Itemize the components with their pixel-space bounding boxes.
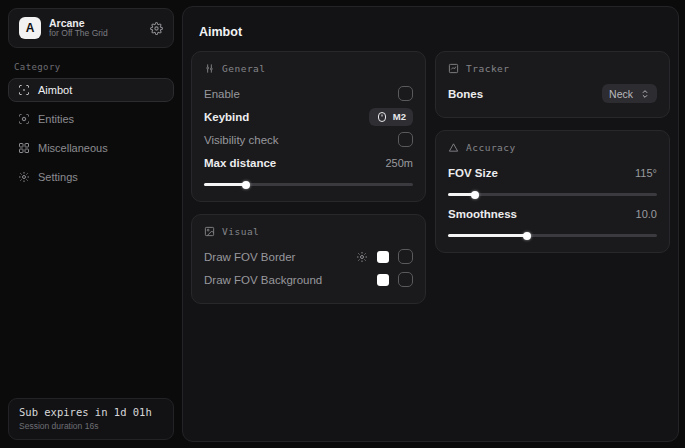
- fov-border-row: Draw FOV Border: [204, 245, 413, 268]
- mouse-icon: [376, 112, 388, 122]
- keybind-row: Keybind M2: [204, 105, 413, 128]
- session-duration-text: Session duration 16s: [19, 421, 163, 431]
- visibility-check-row: Visibility check: [204, 128, 413, 151]
- tracker-card: Tracker Bones Neck: [435, 51, 670, 118]
- fov-size-label: FOV Size: [448, 167, 498, 179]
- bones-select[interactable]: Neck: [602, 84, 657, 103]
- fov-size-row: FOV Size 115°: [448, 161, 657, 184]
- enable-row: Enable: [204, 82, 413, 105]
- triangle-icon: [448, 142, 459, 153]
- general-card: General Enable Keybind: [191, 51, 426, 202]
- accuracy-card: Accuracy FOV Size 115° Smoothness 10.0: [435, 130, 670, 253]
- sidebar-item-aimbot[interactable]: Aimbot: [8, 78, 174, 102]
- sidebar-item-miscellaneous[interactable]: Miscellaneous: [8, 136, 174, 160]
- gear-icon[interactable]: [150, 22, 163, 35]
- sidebar: A Arcane for Off The Grid Category: [0, 0, 182, 448]
- enable-label: Enable: [204, 88, 240, 100]
- sliders-icon: [204, 63, 215, 74]
- boxes-icon: [18, 142, 30, 154]
- image-icon: [204, 226, 215, 237]
- max-distance-value: 250m: [385, 157, 413, 169]
- bones-selected-value: Neck: [609, 88, 633, 100]
- max-distance-slider[interactable]: [204, 183, 413, 186]
- app-header-card: A Arcane for Off The Grid: [8, 8, 174, 48]
- fov-background-checkbox[interactable]: [398, 272, 413, 287]
- fov-size-slider[interactable]: [448, 193, 657, 196]
- scan-eye-icon: [18, 113, 30, 125]
- section-title: Accuracy: [466, 142, 516, 153]
- smoothness-row: Smoothness 10.0: [448, 202, 657, 225]
- slider-thumb[interactable]: [523, 232, 531, 240]
- sub-expires-text: Sub expires in 1d 01h: [19, 406, 163, 418]
- fov-border-checkbox[interactable]: [398, 249, 413, 264]
- fov-size-value: 115°: [635, 167, 657, 179]
- visibility-check-label: Visibility check: [204, 134, 279, 146]
- slider-thumb[interactable]: [242, 181, 250, 189]
- smoothness-slider[interactable]: [448, 234, 657, 237]
- bones-row: Bones Neck: [448, 82, 657, 105]
- sidebar-item-entities[interactable]: Entities: [8, 107, 174, 131]
- sidebar-item-label: Entities: [38, 113, 74, 125]
- app-window: A Arcane for Off The Grid Category: [0, 0, 685, 448]
- tracker-icon: [448, 63, 459, 74]
- sidebar-nav: Aimbot Entities: [8, 78, 174, 189]
- fov-background-row: Draw FOV Background: [204, 268, 413, 291]
- category-label: Category: [14, 62, 168, 72]
- max-distance-row: Max distance 250m: [204, 151, 413, 174]
- keybind-button[interactable]: M2: [369, 108, 413, 126]
- page-title: Aimbot: [199, 25, 662, 39]
- visibility-check-checkbox[interactable]: [398, 132, 413, 147]
- keybind-label: Keybind: [204, 111, 249, 123]
- max-distance-label: Max distance: [204, 157, 276, 169]
- fov-border-label: Draw FOV Border: [204, 251, 295, 263]
- section-title: Tracker: [466, 63, 510, 74]
- fov-background-color-swatch[interactable]: [377, 274, 389, 286]
- enable-checkbox[interactable]: [398, 86, 413, 101]
- sidebar-item-label: Settings: [38, 171, 78, 183]
- sidebar-item-settings[interactable]: Settings: [8, 165, 174, 189]
- gear-icon: [18, 171, 30, 183]
- chevrons-up-down-icon: [640, 89, 650, 99]
- slider-thumb[interactable]: [471, 191, 479, 199]
- keybind-value: M2: [393, 111, 406, 122]
- smoothness-label: Smoothness: [448, 208, 517, 220]
- visual-card: Visual Draw FOV Border: [191, 214, 426, 304]
- app-logo: A: [19, 17, 41, 39]
- fov-background-label: Draw FOV Background: [204, 274, 322, 286]
- smoothness-value: 10.0: [636, 208, 657, 220]
- sidebar-item-label: Miscellaneous: [38, 142, 108, 154]
- bones-label: Bones: [448, 88, 483, 100]
- subscription-card: Sub expires in 1d 01h Session duration 1…: [8, 398, 174, 440]
- section-title: General: [222, 63, 266, 74]
- section-title: Visual: [222, 226, 259, 237]
- fov-border-color-swatch[interactable]: [377, 251, 389, 263]
- main-panel: Aimbot General: [182, 6, 679, 442]
- app-subtitle: for Off The Grid: [49, 29, 142, 39]
- sidebar-item-label: Aimbot: [38, 84, 72, 96]
- crosshair-icon: [18, 84, 30, 96]
- gear-icon[interactable]: [356, 251, 368, 263]
